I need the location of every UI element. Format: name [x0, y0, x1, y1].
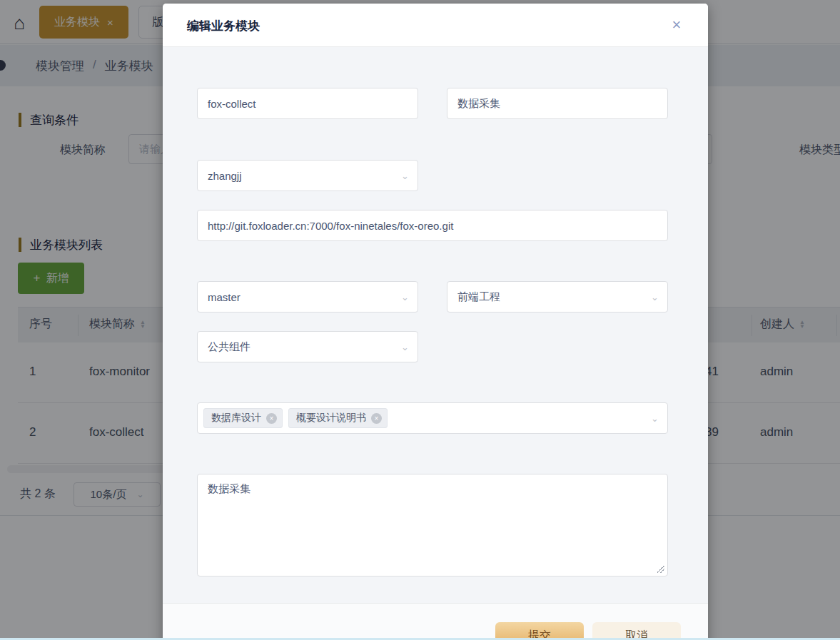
chevron-down-icon: ⌄	[401, 171, 409, 181]
project-type-select[interactable]: 前端工程 ⌄	[447, 281, 668, 313]
module-kind-select[interactable]: 公共组件 ⌄	[197, 331, 418, 362]
project-type-value: 前端工程	[457, 290, 500, 304]
branch-value: master	[208, 291, 241, 303]
chevron-down-icon: ⌄	[651, 413, 659, 424]
description-value: 数据采集	[208, 482, 251, 496]
chevron-down-icon: ⌄	[401, 342, 409, 352]
docs-multiselect[interactable]: 数据库设计 × 概要设计说明书 × ⌄	[197, 402, 668, 434]
screen: ⌂ 业务模块 × 版 模块管理 / 业务模块 查询条件 模块简称 请输入模块简称…	[0, 0, 840, 640]
owner-value: zhangjj	[208, 170, 242, 182]
chevron-down-icon: ⌄	[401, 292, 409, 303]
modal-header: 编辑业务模块 ×	[163, 4, 708, 47]
module-code-value: fox-collect	[208, 98, 256, 110]
doc-tag-label: 概要设计说明书	[296, 412, 366, 425]
doc-tag-label: 数据库设计	[211, 412, 261, 425]
branch-select[interactable]: master ⌄	[197, 281, 418, 313]
git-url-input[interactable]: http://git.foxloader.cn:7000/fox-ninetal…	[197, 210, 668, 241]
doc-tag: 数据库设计 ×	[203, 408, 283, 428]
edit-module-modal: 编辑业务模块 × fox-collect 数据采集 zhangjj ⌄ http…	[163, 4, 708, 640]
remove-tag-icon[interactable]: ×	[266, 413, 277, 424]
module-kind-value: 公共组件	[208, 340, 251, 354]
description-textarea[interactable]: 数据采集	[197, 474, 668, 576]
git-url-value: http://git.foxloader.cn:7000/fox-ninetal…	[208, 220, 453, 232]
close-icon[interactable]: ×	[667, 15, 687, 35]
module-name-value: 数据采集	[457, 97, 500, 111]
doc-tag: 概要设计说明书 ×	[288, 408, 388, 428]
remove-tag-icon[interactable]: ×	[371, 413, 382, 424]
resize-handle-icon[interactable]	[657, 566, 664, 573]
module-code-input[interactable]: fox-collect	[197, 88, 418, 119]
owner-select[interactable]: zhangjj ⌄	[197, 160, 418, 191]
chevron-down-icon: ⌄	[651, 292, 659, 303]
modal-title: 编辑业务模块	[187, 18, 260, 34]
module-name-input[interactable]: 数据采集	[447, 88, 668, 119]
modal-footer: 提交 取消	[163, 603, 708, 640]
